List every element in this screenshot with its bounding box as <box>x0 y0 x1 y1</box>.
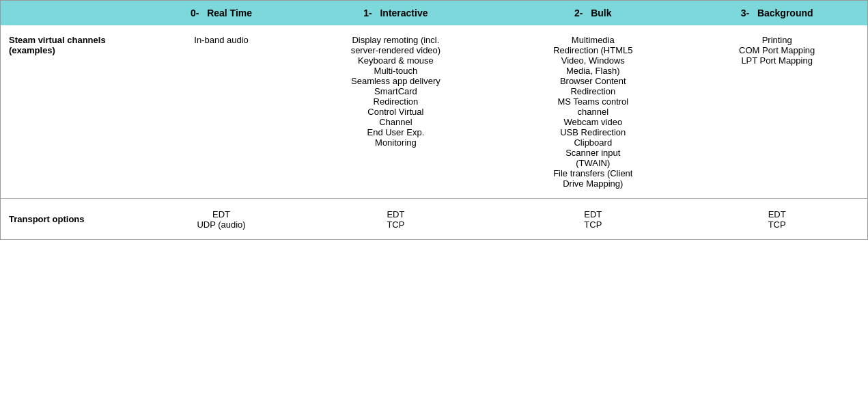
transport-col1-content: EDTTCP <box>387 209 404 230</box>
header-row: 0- Real Time 1- Interactive 2- Bulk 3- B… <box>1 1 868 26</box>
main-table: 0- Real Time 1- Interactive 2- Bulk 3- B… <box>0 0 868 240</box>
transport-col0-content: EDTUDP (audio) <box>197 209 245 230</box>
col3-num: 3- <box>741 8 749 18</box>
header-col-label <box>1 1 151 26</box>
channels-row: Steam virtual channels (examples) In-ban… <box>1 25 868 199</box>
col1-num: 1- <box>363 8 372 18</box>
col0-num: 0- <box>191 8 199 18</box>
col2-label: Bulk <box>591 8 611 18</box>
channels-col3-content: Printing COM Port Mapping LPT Port Mappi… <box>739 35 815 66</box>
transport-row-label: Transport options <box>1 200 151 240</box>
header-col-0: 0- Real Time <box>151 1 292 26</box>
channels-col0: In-band audio <box>151 25 292 199</box>
header-col-2: 2- Bulk <box>499 1 686 26</box>
col2-num: 2- <box>574 8 583 18</box>
transport-col1: EDTTCP <box>292 200 500 240</box>
channels-col2: Multimedia Redirection (HTML5 Video, Win… <box>499 25 686 199</box>
channels-col2-content: Multimedia Redirection (HTML5 Video, Win… <box>553 35 632 189</box>
channels-col1-content: Display remoting (incl.server-rendered v… <box>351 35 441 148</box>
col3-label: Background <box>757 8 813 18</box>
header-col-3: 3- Background <box>686 1 867 26</box>
col0-label: Real Time <box>207 8 252 18</box>
channels-col3: Printing COM Port Mapping LPT Port Mappi… <box>686 25 867 199</box>
transport-col3: EDTTCP <box>686 200 867 240</box>
transport-col3-content: EDTTCP <box>768 209 786 230</box>
channels-col1: Display remoting (incl.server-rendered v… <box>292 25 500 199</box>
transport-col2: EDTTCP <box>499 200 686 240</box>
col1-label: Interactive <box>380 8 428 18</box>
transport-row: Transport options EDTUDP (audio) EDTTCP … <box>1 200 868 240</box>
transport-col2-content: EDTTCP <box>584 209 602 230</box>
header-col-1: 1- Interactive <box>292 1 500 26</box>
channels-col0-content: In-band audio <box>194 35 249 45</box>
channels-row-label: Steam virtual channels (examples) <box>1 25 151 199</box>
transport-col0: EDTUDP (audio) <box>151 200 292 240</box>
